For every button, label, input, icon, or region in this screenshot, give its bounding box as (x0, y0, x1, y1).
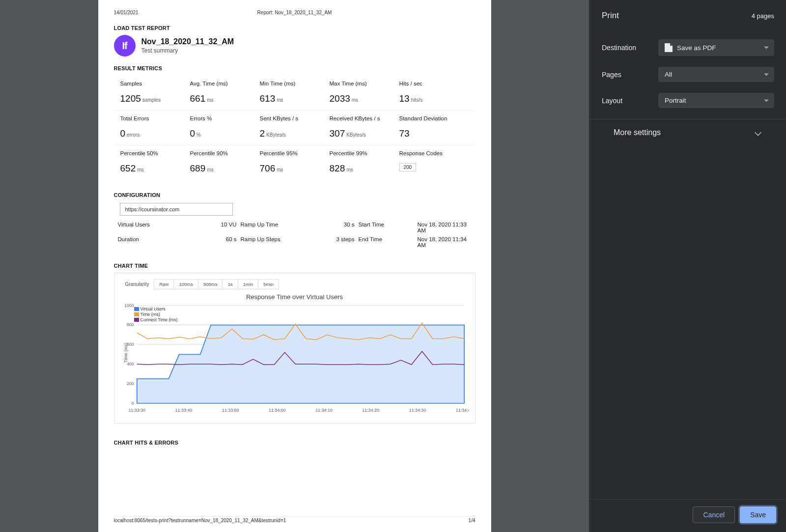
granularity-option: 100ms (173, 279, 198, 289)
config-value: 30 s (300, 222, 359, 233)
footer-page-num: 1/4 (469, 518, 476, 523)
config-value: Nov 18, 2020 11:34 AM (418, 236, 470, 248)
metric-unit: samples (142, 97, 161, 103)
svg-text:200: 200 (126, 381, 134, 386)
metric-unit: ms (277, 97, 283, 103)
metric-value: 1205 (120, 93, 141, 104)
pages-select[interactable]: All (658, 67, 774, 82)
config-label: Start Time (359, 222, 418, 233)
chart-title: Response Time over Virtual Users (114, 293, 475, 301)
granularity-option: 1s (222, 279, 238, 289)
report-subtitle: Test summary (141, 47, 234, 54)
metric-label: Errors % (190, 115, 260, 121)
metric-value: 828 (330, 163, 345, 173)
config-value: 10 VU (182, 222, 241, 233)
layout-select[interactable]: Portrait (658, 93, 774, 108)
sidebar-title: Print (602, 11, 619, 21)
metric-value: 613 (260, 93, 276, 104)
granularity-label: Granularity (125, 281, 149, 287)
config-target-url: https://coursinator.com (120, 203, 233, 216)
svg-text:11:34:40: 11:34:40 (455, 408, 469, 413)
pdf-icon (665, 43, 673, 52)
metric-label: Standard Deviation (399, 115, 469, 121)
metric-value: 73 (399, 128, 410, 139)
layout-label: Layout (602, 97, 622, 105)
config-label: Duration (118, 236, 182, 248)
page-report-name: Report: Nov_18_2020_11_32_AM (257, 10, 332, 15)
chevron-down-icon (764, 73, 769, 76)
legend-swatch-icon (134, 318, 139, 322)
page-header: 14/01/2021 Report: Nov_18_2020_11_32_AM … (114, 10, 476, 15)
print-preview-area: 14/01/2021 Report: Nov_18_2020_11_32_AM … (0, 0, 590, 532)
brand-logo-icon: If (114, 35, 136, 56)
svg-text:11:34:10: 11:34:10 (315, 408, 333, 413)
metrics-row-3: Percentile 50%652ms Percentile 90%689ms … (114, 145, 475, 180)
chevron-down-icon (764, 47, 769, 49)
metric-unit: KBytes/s (346, 132, 365, 138)
report-title: Nov_18_2020_11_32_AM (141, 37, 234, 46)
legend-swatch-icon (134, 307, 139, 311)
pages-value: All (665, 71, 672, 78)
legend-swatch-icon (134, 312, 139, 316)
metric-unit: hits/s (411, 97, 422, 103)
metric-value: 0 (190, 128, 196, 139)
cancel-button[interactable]: Cancel (693, 506, 735, 523)
destination-label: Destination (602, 44, 636, 52)
granularity-option: 500ms (198, 279, 223, 289)
response-code-badge: 200 (399, 163, 417, 171)
metric-label: Samples (120, 81, 190, 86)
metrics-row-1: Samples1205samples Avg. Time (ms)661ms M… (114, 76, 475, 111)
metric-label: Received KBytes / s (330, 115, 399, 121)
granularity-option: 1min (238, 279, 259, 289)
svg-text:800: 800 (126, 323, 134, 328)
metric-unit: % (196, 132, 201, 138)
chevron-down-icon (755, 129, 761, 136)
save-button[interactable]: Save (740, 506, 776, 523)
config-value: Nov 18, 2020 11:33 AM (418, 222, 470, 233)
metric-value: 706 (260, 163, 276, 173)
metric-unit: ms (137, 167, 143, 172)
metric-value: 13 (399, 93, 410, 104)
metric-label: Percentile 99% (330, 150, 399, 156)
metric-label: Percentile 95% (260, 150, 330, 156)
more-settings-label: More settings (614, 128, 661, 137)
print-sidebar: Print 4 pages Destination Save as PDF Pa… (590, 0, 786, 532)
metric-label: Percentile 50% (120, 150, 190, 156)
metric-label: Sent KBytes / s (260, 115, 330, 121)
section-chart-time: CHART TIME (114, 263, 476, 269)
svg-text:11:33:40: 11:33:40 (175, 408, 192, 413)
chart-time-card: Granularity Raw 100ms 500ms 1s 1min 5min… (114, 273, 476, 424)
metric-value: 661 (190, 93, 206, 104)
config-label: Ramp Up Steps (241, 236, 300, 248)
sidebar-page-count: 4 pages (752, 12, 774, 20)
metric-unit: KBytes/s (266, 132, 285, 138)
metric-value: 652 (120, 163, 136, 173)
metric-unit: ms (352, 97, 358, 103)
granularity-row: Granularity Raw 100ms 500ms 1s 1min 5min (114, 279, 475, 291)
metric-value: 689 (190, 163, 206, 173)
layout-value: Portrait (665, 97, 686, 104)
destination-value: Save as PDF (677, 44, 716, 52)
legend-label: Time (ms) (140, 312, 160, 317)
metric-label: Total Errors (120, 115, 190, 121)
metric-unit: ms (207, 97, 213, 103)
section-chart-hits: CHART HITS & ERRORS (114, 440, 476, 446)
legend-label: Connect Time (ms) (140, 317, 178, 322)
destination-select[interactable]: Save as PDF (658, 39, 774, 56)
metric-value: 0 (120, 128, 126, 139)
metric-unit: ms (207, 167, 213, 172)
metric-label: Min Time (ms) (260, 81, 330, 86)
more-settings-toggle[interactable]: More settings (602, 119, 774, 146)
config-value: 60 s (182, 236, 241, 248)
metric-value: 2033 (330, 93, 350, 104)
metric-label: Avg. Time (ms) (190, 81, 260, 86)
section-load-test: LOAD TEST REPORT (114, 25, 476, 31)
svg-text:11:34:30: 11:34:30 (409, 408, 426, 413)
metric-label: Percentile 90% (190, 150, 260, 156)
metric-label: Max Time (ms) (330, 81, 399, 86)
svg-text:11:33:30: 11:33:30 (128, 408, 145, 413)
metric-unit: ms (277, 167, 283, 172)
chart-legend: Virtual Users Time (ms) Connect Time (ms… (134, 307, 178, 323)
legend-label: Virtual Users (140, 307, 166, 311)
metric-unit: errors (127, 132, 140, 138)
